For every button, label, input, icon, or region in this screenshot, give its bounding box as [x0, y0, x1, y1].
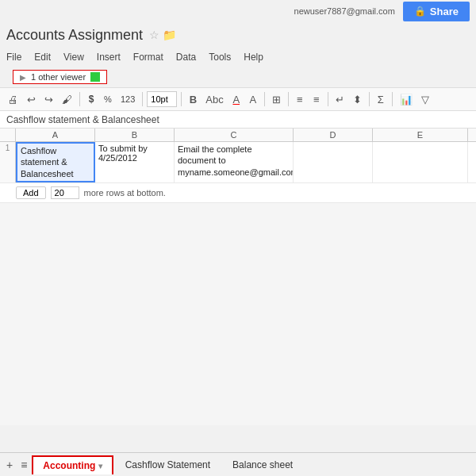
cell-e1[interactable]	[373, 142, 468, 182]
toolbar-separator-3	[181, 92, 182, 106]
col-header-d[interactable]: D	[294, 129, 373, 141]
toolbar-separator-8	[392, 92, 393, 106]
title-row: Accounts Assignment ☆ 📁	[0, 22, 476, 48]
copy-format-button[interactable]: 🖌	[59, 92, 75, 107]
filter-button[interactable]: ▽	[418, 92, 432, 107]
viewer-banner: ▶ 1 other viewer	[13, 70, 107, 84]
column-headers: A B C D E	[0, 129, 476, 142]
col-header-c[interactable]: C	[175, 129, 294, 141]
font-size-input[interactable]	[147, 91, 177, 107]
toolbar: 🖨 ↩ ↪ 🖌 $ % 123 B Abc A A ⊞ ≡ ≡ ↵ ⬍ Σ 📊 …	[0, 87, 476, 111]
align-left-button[interactable]: ≡	[293, 92, 307, 107]
viewer-text: 1 other viewer	[31, 72, 86, 82]
sheet-tab-balance[interactable]: Balance sheet	[222, 455, 303, 474]
sheet-tab-accounting[interactable]: Accounting ▾	[32, 455, 113, 474]
chart-button[interactable]: 📊	[397, 92, 416, 107]
viewer-arrow-icon: ▶	[20, 73, 26, 82]
viewer-dot	[90, 72, 100, 82]
toolbar-separator-7	[369, 92, 370, 106]
borders-button[interactable]: ⊞	[269, 92, 284, 107]
add-sheet-button[interactable]: +	[3, 457, 16, 473]
underline-a-button[interactable]: A	[229, 92, 244, 107]
spreadsheet: A B C D E 1 Cashflow statement & Balance…	[0, 129, 476, 203]
cell-b1[interactable]: To submit by 4/25/2012	[95, 142, 175, 182]
toolbar-separator-5	[288, 92, 289, 106]
share-button[interactable]: 🔒 Share	[403, 2, 470, 21]
valign-button[interactable]: ⬍	[350, 92, 365, 107]
cell-c1[interactable]: Email the complete document to myname.so…	[175, 142, 294, 182]
formula-bar: Cashflow statement & Balancesheet	[0, 111, 476, 129]
dollar-button[interactable]: $	[84, 92, 98, 106]
menu-tools[interactable]: Tools	[209, 52, 231, 63]
tab-dropdown-icon[interactable]: ▾	[98, 462, 102, 470]
menu-file[interactable]: File	[6, 52, 21, 63]
menu-bar: File Edit View Insert Format Data Tools …	[0, 48, 476, 67]
add-rows-button[interactable]: Add	[16, 186, 46, 199]
add-rows-label: more rows at bottom.	[84, 188, 166, 198]
col-header-e[interactable]: E	[373, 129, 468, 141]
print-button[interactable]: 🖨	[5, 92, 21, 107]
col-header-a[interactable]: A	[16, 129, 95, 141]
add-rows-count-input[interactable]	[51, 186, 79, 199]
sum-button[interactable]: Σ	[374, 92, 388, 107]
top-bar: newuser7887@gmail.com 🔒 Share	[0, 0, 476, 22]
lock-icon: 🔒	[414, 6, 426, 17]
cell-reference: Cashflow statement & Balancesheet	[6, 114, 159, 125]
toolbar-separator-2	[142, 92, 143, 106]
col-header-b[interactable]: B	[95, 129, 175, 141]
empty-spreadsheet-area	[0, 203, 476, 425]
row-num-header	[0, 129, 16, 141]
menu-help[interactable]: Help	[244, 52, 263, 63]
number-format-button[interactable]: 123	[117, 93, 138, 106]
table-row: 1 Cashflow statement & Balancesheet To s…	[0, 142, 476, 183]
menu-edit[interactable]: Edit	[34, 52, 51, 63]
document-title[interactable]: Accounts Assignment	[6, 27, 143, 44]
cell-d1[interactable]	[294, 142, 373, 182]
undo-button[interactable]: ↩	[24, 92, 39, 107]
toolbar-separator-4	[264, 92, 265, 106]
align-center-button[interactable]: ≡	[309, 92, 324, 107]
wrap-button[interactable]: ↵	[332, 92, 347, 107]
user-email: newuser7887@gmail.com	[294, 6, 395, 16]
redo-button[interactable]: ↪	[41, 92, 56, 107]
bottom-bar: + ≡ Accounting ▾ Cashflow Statement Bala…	[0, 452, 476, 476]
cell-a1[interactable]: Cashflow statement & Balancesheet	[16, 142, 95, 182]
toolbar-separator-1	[79, 92, 80, 106]
row-number-1: 1	[0, 142, 16, 182]
highlight-a-button[interactable]: A	[246, 92, 260, 107]
menu-view[interactable]: View	[63, 52, 84, 63]
title-icons: ☆ 📁	[149, 29, 176, 41]
sheets-list-button[interactable]: ≡	[17, 457, 30, 473]
folder-icon[interactable]: 📁	[163, 29, 176, 41]
menu-insert[interactable]: Insert	[97, 52, 121, 63]
font-label-button[interactable]: Abc	[202, 92, 226, 107]
bold-button[interactable]: B	[186, 92, 200, 107]
menu-data[interactable]: Data	[176, 52, 196, 63]
percent-button[interactable]: %	[101, 93, 115, 106]
toolbar-separator-6	[328, 92, 328, 106]
menu-format[interactable]: Format	[133, 52, 163, 63]
sheet-tab-cashflow[interactable]: Cashflow Statement	[115, 455, 221, 474]
add-rows-row: Add more rows at bottom.	[0, 183, 476, 203]
star-icon[interactable]: ☆	[149, 29, 159, 41]
